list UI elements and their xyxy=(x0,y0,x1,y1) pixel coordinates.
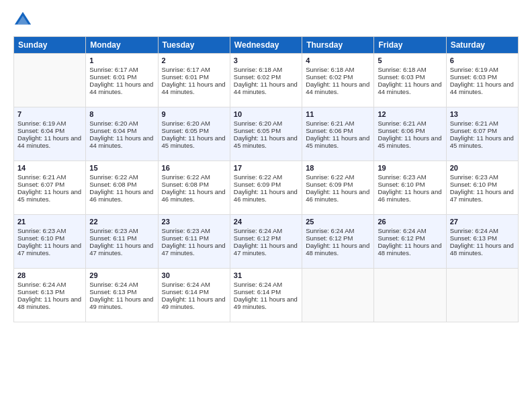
calendar-cell: 26Sunrise: 6:24 AMSunset: 6:12 PMDayligh… xyxy=(374,215,446,269)
day-number: 1 xyxy=(89,56,154,64)
sunset-time: Sunset: 6:11 PM xyxy=(162,234,226,242)
day-header-saturday: Saturday xyxy=(446,37,518,54)
daylight-hours: Daylight: 11 hours and 48 minutes. xyxy=(306,242,370,257)
sunset-time: Sunset: 6:14 PM xyxy=(162,288,226,295)
daylight-hours: Daylight: 11 hours and 48 minutes. xyxy=(450,242,515,257)
sunset-time: Sunset: 6:11 PM xyxy=(89,234,154,242)
sunset-time: Sunset: 6:09 PM xyxy=(306,181,370,188)
sunset-time: Sunset: 6:05 PM xyxy=(162,127,226,134)
week-row-4: 21Sunrise: 6:23 AMSunset: 6:10 PMDayligh… xyxy=(14,215,519,269)
calendar-cell: 21Sunrise: 6:23 AMSunset: 6:10 PMDayligh… xyxy=(14,215,86,269)
sunset-time: Sunset: 6:02 PM xyxy=(234,73,298,81)
calendar-cell: 17Sunrise: 6:22 AMSunset: 6:09 PMDayligh… xyxy=(230,161,302,215)
calendar-cell: 1Sunrise: 6:17 AMSunset: 6:01 PMDaylight… xyxy=(86,54,158,107)
sunrise-time: Sunrise: 6:21 AM xyxy=(378,120,442,127)
day-number: 12 xyxy=(378,110,442,118)
daylight-hours: Daylight: 11 hours and 45 minutes. xyxy=(17,188,82,203)
day-number: 7 xyxy=(17,110,82,118)
day-number: 3 xyxy=(234,56,298,64)
calendar-cell: 5Sunrise: 6:18 AMSunset: 6:03 PMDaylight… xyxy=(374,54,446,107)
calendar-cell xyxy=(374,269,446,322)
sunrise-time: Sunrise: 6:24 AM xyxy=(306,227,370,234)
calendar-cell: 18Sunrise: 6:22 AMSunset: 6:09 PMDayligh… xyxy=(302,161,374,215)
sunset-time: Sunset: 6:01 PM xyxy=(89,73,154,81)
sunrise-time: Sunrise: 6:21 AM xyxy=(450,120,515,127)
daylight-hours: Daylight: 11 hours and 45 minutes. xyxy=(450,134,515,149)
daylight-hours: Daylight: 11 hours and 46 minutes. xyxy=(306,188,370,203)
day-number: 5 xyxy=(378,56,442,64)
calendar-cell: 22Sunrise: 6:23 AMSunset: 6:11 PMDayligh… xyxy=(86,215,158,269)
sunrise-time: Sunrise: 6:17 AM xyxy=(89,66,154,73)
sunset-time: Sunset: 6:05 PM xyxy=(234,127,298,134)
daylight-hours: Daylight: 11 hours and 44 minutes. xyxy=(306,81,370,95)
calendar-cell xyxy=(302,269,374,322)
week-row-3: 14Sunrise: 6:21 AMSunset: 6:07 PMDayligh… xyxy=(14,161,519,215)
sunrise-time: Sunrise: 6:21 AM xyxy=(17,173,82,181)
day-number: 24 xyxy=(234,218,298,226)
calendar-cell: 20Sunrise: 6:23 AMSunset: 6:10 PMDayligh… xyxy=(446,161,518,215)
calendar-cell: 24Sunrise: 6:24 AMSunset: 6:12 PMDayligh… xyxy=(230,215,302,269)
calendar-cell: 12Sunrise: 6:21 AMSunset: 6:06 PMDayligh… xyxy=(374,107,446,161)
sunrise-time: Sunrise: 6:24 AM xyxy=(378,227,442,234)
day-number: 29 xyxy=(89,271,154,279)
daylight-hours: Daylight: 11 hours and 46 minutes. xyxy=(89,188,154,203)
calendar-cell: 13Sunrise: 6:21 AMSunset: 6:07 PMDayligh… xyxy=(446,107,518,161)
day-number: 30 xyxy=(162,271,226,279)
calendar-table: SundayMondayTuesdayWednesdayThursdayFrid… xyxy=(13,36,519,322)
day-number: 31 xyxy=(234,271,298,279)
sunrise-time: Sunrise: 6:20 AM xyxy=(89,120,154,127)
daylight-hours: Daylight: 11 hours and 44 minutes. xyxy=(234,81,298,95)
day-number: 15 xyxy=(89,164,154,172)
sunset-time: Sunset: 6:12 PM xyxy=(234,234,298,242)
day-number: 20 xyxy=(450,164,515,172)
day-header-friday: Friday xyxy=(374,37,446,54)
daylight-hours: Daylight: 11 hours and 47 minutes. xyxy=(234,242,298,257)
calendar-cell: 14Sunrise: 6:21 AMSunset: 6:07 PMDayligh… xyxy=(14,161,86,215)
day-header-sunday: Sunday xyxy=(14,37,86,54)
sunrise-time: Sunrise: 6:23 AM xyxy=(378,173,442,181)
sunset-time: Sunset: 6:06 PM xyxy=(378,127,442,134)
day-number: 26 xyxy=(378,218,442,226)
calendar-cell: 3Sunrise: 6:18 AMSunset: 6:02 PMDaylight… xyxy=(230,54,302,107)
calendar-cell: 9Sunrise: 6:20 AMSunset: 6:05 PMDaylight… xyxy=(158,107,230,161)
week-row-5: 28Sunrise: 6:24 AMSunset: 6:13 PMDayligh… xyxy=(14,269,519,322)
sunset-time: Sunset: 6:04 PM xyxy=(17,127,82,134)
sunset-time: Sunset: 6:07 PM xyxy=(450,127,515,134)
sunset-time: Sunset: 6:13 PM xyxy=(450,234,515,242)
sunrise-time: Sunrise: 6:18 AM xyxy=(378,66,442,73)
daylight-hours: Daylight: 11 hours and 46 minutes. xyxy=(234,188,298,203)
sunset-time: Sunset: 6:01 PM xyxy=(162,73,226,81)
daylight-hours: Daylight: 11 hours and 45 minutes. xyxy=(378,134,442,149)
sunrise-time: Sunrise: 6:18 AM xyxy=(306,66,370,73)
sunset-time: Sunset: 6:14 PM xyxy=(234,288,298,295)
sunset-time: Sunset: 6:13 PM xyxy=(89,288,154,295)
sunset-time: Sunset: 6:10 PM xyxy=(17,234,82,242)
calendar-cell: 2Sunrise: 6:17 AMSunset: 6:01 PMDaylight… xyxy=(158,54,230,107)
daylight-hours: Daylight: 11 hours and 45 minutes. xyxy=(234,134,298,149)
sunset-time: Sunset: 6:08 PM xyxy=(162,181,226,188)
daylight-hours: Daylight: 11 hours and 46 minutes. xyxy=(378,188,442,203)
sunrise-time: Sunrise: 6:20 AM xyxy=(234,120,298,127)
day-header-monday: Monday xyxy=(86,37,158,54)
sunrise-time: Sunrise: 6:24 AM xyxy=(162,281,226,288)
calendar-cell: 19Sunrise: 6:23 AMSunset: 6:10 PMDayligh… xyxy=(374,161,446,215)
day-header-wednesday: Wednesday xyxy=(230,37,302,54)
daylight-hours: Daylight: 11 hours and 46 minutes. xyxy=(162,188,226,203)
logo xyxy=(13,11,35,30)
sunrise-time: Sunrise: 6:22 AM xyxy=(89,173,154,181)
daylight-hours: Daylight: 11 hours and 44 minutes. xyxy=(162,81,226,95)
daylight-hours: Daylight: 11 hours and 47 minutes. xyxy=(450,188,515,203)
day-number: 2 xyxy=(162,56,226,64)
sunset-time: Sunset: 6:12 PM xyxy=(306,234,370,242)
daylight-hours: Daylight: 11 hours and 47 minutes. xyxy=(17,242,82,257)
sunset-time: Sunset: 6:02 PM xyxy=(306,73,370,81)
sunrise-time: Sunrise: 6:24 AM xyxy=(89,281,154,288)
day-header-tuesday: Tuesday xyxy=(158,37,230,54)
daylight-hours: Daylight: 11 hours and 49 minutes. xyxy=(162,295,226,310)
sunrise-time: Sunrise: 6:23 AM xyxy=(450,173,515,181)
logo-icon xyxy=(13,11,32,30)
daylight-hours: Daylight: 11 hours and 44 minutes. xyxy=(89,134,154,149)
daylight-hours: Daylight: 11 hours and 47 minutes. xyxy=(162,242,226,257)
sunset-time: Sunset: 6:13 PM xyxy=(17,288,82,295)
sunrise-time: Sunrise: 6:18 AM xyxy=(234,66,298,73)
